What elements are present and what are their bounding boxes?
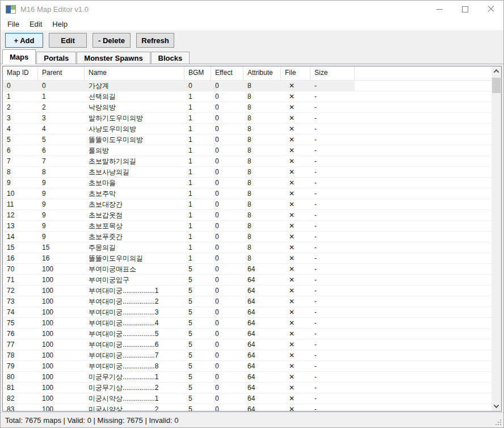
table-row[interactable]: 80100미궁무기상.................15064✕-	[3, 372, 501, 383]
chevron-down-icon	[494, 402, 499, 408]
cell-attribute: 64	[243, 383, 281, 393]
table-row[interactable]: 11선택의길108✕-	[3, 91, 501, 102]
cell-effect: 0	[211, 383, 243, 393]
table-row-band: 73100부여대미궁.................25064✕-	[3, 296, 355, 307]
cell-attribute: 64	[243, 296, 281, 307]
cell-map-id: 14	[3, 232, 38, 242]
menu-help[interactable]: Help	[47, 19, 73, 30]
minimize-icon	[436, 9, 443, 10]
table-row[interactable]: 149초보푸줏간108✕-	[3, 232, 501, 242]
column-header-map-id[interactable]: Map ID	[3, 66, 38, 80]
menu-file[interactable]: File	[2, 19, 24, 30]
tab-monster-spawns[interactable]: Monster Spawns	[77, 52, 150, 64]
cell-name: 초보말하기의길	[85, 156, 184, 166]
cell-parent: 100	[38, 372, 85, 382]
cell-size: -	[310, 91, 355, 102]
cell-bgm: 5	[184, 372, 211, 382]
table-row[interactable]: 22낙랑의방108✕-	[3, 102, 501, 113]
table-row-band: 74100부여대미궁.................35064✕-	[3, 307, 355, 317]
table-row[interactable]: 75100부여대미궁.................45064✕-	[3, 318, 501, 329]
table-row[interactable]: 79100부여대미궁.................85064✕-	[3, 361, 501, 372]
column-header-attribute[interactable]: Attribute	[243, 66, 281, 80]
cell-parent: 9	[38, 221, 85, 231]
table-row-band: 72100부여대미궁.................15064✕-	[3, 286, 355, 296]
cell-attribute: 8	[243, 145, 281, 156]
cell-size: -	[310, 253, 355, 263]
cell-parent: 9	[38, 188, 85, 199]
table-row[interactable]: 44사냥도우미의방108✕-	[3, 124, 501, 135]
table-row[interactable]: 129초보갑옷점108✕-	[3, 210, 501, 221]
minimize-button[interactable]	[427, 1, 452, 18]
cell-file: ✕	[281, 350, 310, 360]
cell-parent: 100	[38, 275, 85, 285]
table-row[interactable]: 66룰의방108✕-	[3, 145, 501, 156]
table-row[interactable]: 71100부여미궁입구5064✕-	[3, 275, 501, 286]
table-row[interactable]: 77초보말하기의길108✕-	[3, 156, 501, 167]
column-header-file[interactable]: File	[281, 66, 310, 80]
cell-size: -	[310, 232, 355, 242]
scroll-down-button[interactable]	[492, 401, 501, 411]
table-row[interactable]: 73100부여대미궁.................25064✕-	[3, 296, 501, 307]
table-row[interactable]: 70100부여미궁매표소5064✕-	[3, 264, 501, 275]
table-row-band: 00가상계008✕-	[3, 81, 355, 91]
cell-name: 똘똘이도우미의길	[85, 253, 184, 263]
cell-size: -	[310, 286, 355, 296]
delete-button[interactable]: - Delete	[93, 33, 131, 48]
vertical-scrollbar[interactable]	[492, 66, 501, 411]
table-row[interactable]: 81100미궁무기상.................25064✕-	[3, 383, 501, 393]
table-row[interactable]: 83100미궁시약상.................25064✕-	[3, 404, 501, 411]
table-row[interactable]: 00가상계008✕-	[3, 81, 501, 91]
table-row[interactable]: 72100부여대미궁.................15064✕-	[3, 286, 501, 296]
resize-grip-icon[interactable]	[495, 419, 502, 426]
column-header-bgm[interactable]: BGM	[184, 66, 211, 80]
cell-bgm: 1	[184, 91, 211, 102]
table-row[interactable]: 88초보사냥의길108✕-	[3, 167, 501, 178]
refresh-button[interactable]: Refresh	[136, 33, 174, 48]
table-row[interactable]: 33말하기도우미의방108✕-	[3, 113, 501, 124]
tab-portals[interactable]: Portals	[36, 52, 76, 64]
scrollbar-thumb[interactable]	[492, 78, 501, 93]
table-row[interactable]: 78100부여대미궁.................75064✕-	[3, 350, 501, 361]
cell-size: -	[310, 221, 355, 231]
cell-map-id: 15	[3, 242, 38, 253]
cell-parent: 6	[38, 145, 85, 156]
table-row[interactable]: 1616똘똘이도우미의길108✕-	[3, 253, 501, 264]
close-button[interactable]	[478, 1, 503, 18]
table-row[interactable]: 76100부여대미궁.................55064✕-	[3, 329, 501, 339]
table-row[interactable]: 55똘똘이도우미의방108✕-	[3, 135, 501, 145]
table-row[interactable]: 74100부여대미궁.................35064✕-	[3, 307, 501, 318]
scroll-up-button[interactable]	[492, 66, 501, 76]
cell-name: 말하기도우미의방	[85, 113, 184, 123]
cell-size: -	[310, 361, 355, 371]
tab-maps[interactable]: Maps	[2, 49, 36, 64]
cell-name: 초보주막	[85, 188, 184, 199]
table-row[interactable]: 82100미궁시약상.................15064✕-	[3, 393, 501, 404]
cell-bgm: 1	[184, 135, 211, 145]
cell-map-id: 8	[3, 167, 38, 177]
column-header-name[interactable]: Name	[85, 66, 184, 80]
cell-file: ✕	[281, 156, 310, 166]
status-bar: Total: 7675 maps | Valid: 0 | Missing: 7…	[1, 412, 503, 427]
table-row[interactable]: 77100부여대미궁.................65064✕-	[3, 339, 501, 350]
column-header-effect[interactable]: Effect	[211, 66, 243, 80]
table-row[interactable]: 99초보마을108✕-	[3, 178, 501, 188]
table-row[interactable]: 109초보주막108✕-	[3, 188, 501, 199]
table-row-band: 22낙랑의방108✕-	[3, 102, 355, 112]
add-button[interactable]: + Add	[5, 33, 43, 48]
edit-button[interactable]: Edit	[49, 33, 87, 48]
maximize-button[interactable]	[452, 1, 478, 18]
table-row[interactable]: 1515주몽의길108✕-	[3, 242, 501, 253]
cell-bgm: 5	[184, 339, 211, 350]
cell-file: ✕	[281, 339, 310, 350]
column-header-size[interactable]: Size	[310, 66, 355, 80]
column-header-parent[interactable]: Parent	[38, 66, 85, 80]
tab-blocks[interactable]: Blocks	[151, 52, 190, 64]
menu-edit[interactable]: Edit	[24, 19, 47, 30]
cell-file: ✕	[281, 199, 310, 209]
table-row-band: 11선택의길108✕-	[3, 91, 355, 102]
table-row[interactable]: 119초보대장간108✕-	[3, 199, 501, 210]
table-row[interactable]: 139초보포목상108✕-	[3, 221, 501, 232]
app-icon	[6, 5, 16, 14]
cell-bgm: 5	[184, 307, 211, 317]
cell-file: ✕	[281, 275, 310, 285]
